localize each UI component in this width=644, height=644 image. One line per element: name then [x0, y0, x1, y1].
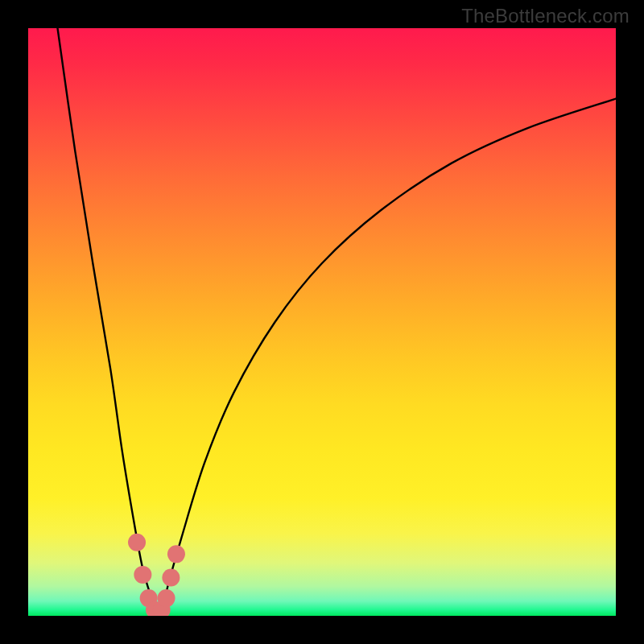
watermark-text: TheBottleneck.com: [461, 5, 630, 27]
chart-outer-frame: TheBottleneck.com: [0, 0, 644, 644]
chart-plot-area: [28, 28, 616, 616]
marker-dots-group: [128, 534, 185, 616]
marker-dot: [134, 566, 151, 584]
marker-dot: [167, 545, 185, 563]
bottleneck-curve-path: [58, 28, 617, 616]
chart-svg-layer: [28, 28, 616, 616]
marker-dot: [128, 534, 146, 551]
marker-dot: [158, 589, 175, 607]
marker-dot: [162, 569, 180, 587]
bottleneck-curve: [58, 28, 617, 616]
